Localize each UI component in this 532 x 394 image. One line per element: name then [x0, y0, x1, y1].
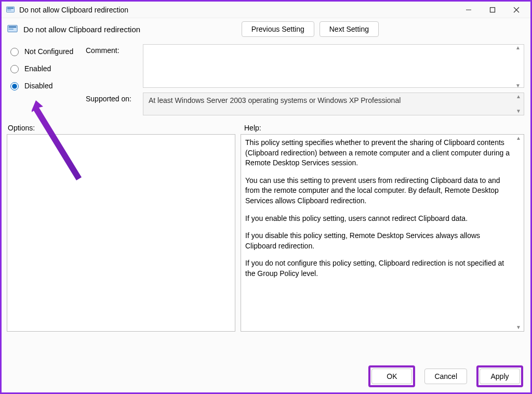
svg-rect-1 [7, 7, 14, 8]
previous-setting-button[interactable]: Previous Setting [242, 21, 314, 37]
radio-enabled-label: Enabled [24, 64, 51, 73]
ok-highlight: OK [368, 365, 415, 387]
help-p2: You can use this setting to prevent user… [245, 176, 512, 206]
scroll-down-icon: ▼ [514, 109, 523, 114]
supported-scroll[interactable]: ▲▼ [514, 94, 523, 114]
radio-not-configured-input[interactable] [10, 48, 19, 56]
state-radios: Not Configured Enabled Disabled [8, 44, 86, 115]
next-setting-button[interactable]: Next Setting [320, 21, 379, 37]
svg-rect-4 [490, 7, 495, 12]
maximize-button[interactable] [481, 2, 504, 18]
policy-header: Do not allow Clipboard redirection Previ… [2, 18, 530, 40]
radio-enabled-input[interactable] [10, 65, 19, 73]
help-p1: This policy setting specifies whether to… [245, 138, 512, 168]
minimize-button[interactable] [457, 2, 481, 18]
scroll-up-icon: ▲ [514, 45, 522, 50]
supported-on-label: Supported on: [86, 89, 143, 115]
radio-disabled-input[interactable] [10, 82, 19, 90]
comment-scroll[interactable]: ▲▼ [514, 45, 522, 88]
lower-panels: This policy setting specifies whether to… [2, 134, 530, 392]
apply-button[interactable]: Apply [480, 369, 520, 384]
help-p4: If you disable this policy setting, Remo… [245, 231, 512, 251]
ok-button[interactable]: OK [371, 369, 412, 384]
options-box [7, 134, 235, 332]
svg-rect-2 [7, 9, 11, 10]
radio-enabled[interactable]: Enabled [8, 63, 86, 73]
help-p3: If you enable this policy setting, users… [245, 214, 512, 224]
close-button[interactable] [504, 2, 528, 18]
settings-grid: Not Configured Enabled Disabled Comment:… [2, 40, 530, 115]
maximize-icon [489, 7, 496, 13]
help-box: This policy setting specifies whether to… [241, 134, 524, 332]
options-label: Options: [8, 124, 244, 132]
nav-buttons: Previous Setting Next Setting [242, 21, 379, 37]
svg-rect-8 [9, 27, 17, 28]
window-title: Do not allow Clipboard redirection [19, 6, 128, 14]
supported-on-text: At least Windows Server 2003 operating s… [149, 96, 401, 104]
lower-labels: Options: Help: [2, 115, 530, 134]
radio-disabled[interactable]: Disabled [8, 81, 86, 90]
svg-rect-9 [9, 29, 14, 30]
app-icon [6, 5, 15, 15]
scroll-down-icon: ▼ [514, 325, 523, 330]
radio-disabled-label: Disabled [24, 82, 52, 90]
help-label: Help: [244, 124, 261, 132]
minimize-icon [466, 7, 472, 13]
policy-title: Do not allow Clipboard redirection [23, 25, 140, 34]
scroll-down-icon: ▼ [514, 83, 522, 88]
help-p5: If you do not configure this policy sett… [245, 258, 512, 279]
scroll-up-icon: ▲ [514, 94, 523, 99]
supported-on-box: At least Windows Server 2003 operating s… [143, 93, 524, 115]
cancel-button[interactable]: Cancel [424, 369, 467, 384]
apply-highlight: Apply [476, 365, 523, 387]
comment-input[interactable] [143, 44, 524, 88]
scroll-up-icon: ▲ [514, 136, 523, 141]
comment-label: Comment: [86, 44, 143, 89]
policy-icon [7, 23, 18, 35]
radio-not-configured[interactable]: Not Configured [8, 46, 86, 56]
titlebar: Do not allow Clipboard redirection [2, 2, 530, 18]
footer-buttons: OK Cancel Apply [368, 365, 523, 387]
close-icon [513, 7, 520, 13]
radio-not-configured-label: Not Configured [24, 47, 73, 56]
help-scroll[interactable]: ▲▼ [514, 136, 523, 330]
policy-window: Do not allow Clipboard redirection Do no… [0, 0, 532, 394]
